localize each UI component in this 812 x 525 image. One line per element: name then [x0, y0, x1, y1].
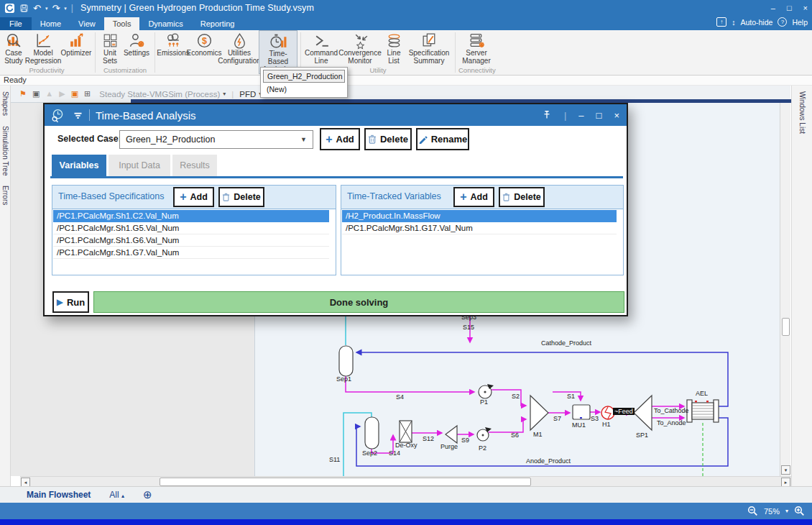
flowsheet-label[interactable]: S11	[329, 456, 340, 463]
menu-filter-icon[interactable]	[73, 110, 83, 121]
undo-menu-arrow-icon[interactable]: ▾	[45, 6, 48, 11]
menu-item-new[interactable]: (New)	[263, 83, 345, 95]
sidebar-tab-shapes[interactable]: Shapes	[1, 91, 9, 116]
economics-button[interactable]: $ Economics	[188, 30, 220, 74]
tab-tools[interactable]: Tools	[104, 17, 140, 30]
flowsheet-label[interactable]: De-Oxy	[395, 442, 417, 449]
undo-icon[interactable]: ↶	[33, 4, 41, 13]
flowsheet-label[interactable]: Sep1	[336, 375, 351, 383]
zoom-level[interactable]: 75%	[764, 507, 780, 516]
help-icon[interactable]: ?	[778, 17, 787, 27]
separator-sep1[interactable]	[339, 346, 353, 376]
makeup-mu1[interactable]	[573, 405, 590, 419]
horizontal-scrollbar[interactable]: ◂ ▸	[20, 476, 791, 486]
mixer-m1[interactable]	[530, 396, 548, 430]
flowsheet-label[interactable]: S1	[567, 393, 575, 400]
settings-button[interactable]: Settings	[121, 30, 152, 66]
vertical-scrollbar-thumb[interactable]	[782, 318, 790, 336]
tab-dynamics[interactable]: Dynamics	[139, 17, 191, 30]
view-select[interactable]: PFD ▾	[239, 90, 262, 99]
flag-icon[interactable]: ⚑	[19, 90, 27, 98]
redo-menu-arrow-icon[interactable]: ▾	[64, 6, 67, 11]
flowsheet-label[interactable]: P1	[480, 398, 488, 406]
stream-s4[interactable]	[346, 376, 474, 392]
window-icon[interactable]: ▣	[32, 90, 40, 98]
app-logo-icon[interactable]	[4, 3, 15, 14]
flowsheet-label[interactable]: S15	[463, 324, 474, 331]
flowsheet-label[interactable]: AEL	[696, 390, 708, 397]
pin-icon[interactable]	[542, 110, 552, 120]
flowsheet-label[interactable]: P2	[479, 444, 486, 452]
list-item[interactable]: /PC1.PCalcMgr.Sh1.G6.Val_Num	[53, 234, 329, 247]
case-study-button[interactable]: Case Study	[1, 30, 26, 66]
window-maximize-button[interactable]: □	[787, 4, 792, 12]
tab-view[interactable]: View	[70, 17, 104, 30]
flowsheet-filter-select[interactable]: All ▴	[109, 490, 124, 500]
window-minimize-button[interactable]: –	[771, 4, 775, 12]
window-close-button[interactable]: ×	[803, 4, 808, 12]
stream-s2[interactable]	[492, 390, 526, 406]
flowsheet-label[interactable]: S14	[389, 449, 400, 457]
flowsheet-label-feed[interactable]: ~Feed	[613, 408, 635, 415]
anchor-icon[interactable]: ⊞	[84, 90, 91, 98]
mode-select[interactable]: Steady State-VMGSim (Process) ▾	[99, 90, 226, 99]
rename-case-button[interactable]: Rename	[416, 128, 469, 150]
auto-hide-button[interactable]: Auto-hide	[740, 18, 772, 27]
flowsheet-label[interactable]: S12	[423, 435, 434, 442]
electrolyzer-ael[interactable]	[687, 400, 719, 422]
zoom-in-icon[interactable]	[794, 506, 805, 516]
zoom-menu-arrow-icon[interactable]: ▾	[785, 508, 788, 514]
flowsheet-label[interactable]: Cathode_Product	[541, 339, 591, 347]
stream-cathode-product[interactable]	[356, 352, 728, 406]
dialog-minimize-button[interactable]: –	[578, 110, 583, 121]
flowsheet-label[interactable]: S4	[396, 393, 404, 401]
tab-reporting[interactable]: Reporting	[192, 17, 244, 30]
convergence-monitor-button[interactable]: Convergence Monitor	[338, 30, 382, 66]
scroll-down-button[interactable]: ▾	[781, 465, 790, 475]
add-case-button[interactable]: + Add	[320, 128, 360, 150]
dialog-maximize-button[interactable]: □	[596, 110, 602, 121]
sidebar-tab-windows-list[interactable]: Windows List	[798, 91, 806, 134]
emissions-button[interactable]: Emissions	[158, 30, 188, 74]
optimizer-button[interactable]: Optimizer	[60, 30, 92, 66]
vertical-scrollbar[interactable]: ▾	[780, 103, 790, 476]
list-item[interactable]: /PC1.PCalcMgr.Sh1.G7.Val_Num	[53, 247, 329, 259]
unit-sets-button[interactable]: Unit Sets	[98, 30, 121, 66]
stream-s6[interactable]	[489, 419, 526, 432]
tab-main-flowsheet[interactable]: Main Flowsheet	[27, 490, 91, 500]
resize-icon[interactable]: ↕	[732, 18, 735, 27]
flowsheet-label[interactable]: Purge	[440, 443, 458, 450]
list-item[interactable]: /PC1.PCalcMgr.Sh1.G17.Val_Num	[342, 222, 617, 234]
list-item[interactable]: /H2_Product.In.MassFlow	[342, 210, 617, 222]
horizontal-scrollbar-thumb[interactable]	[160, 478, 531, 486]
tab-home[interactable]: Home	[32, 17, 70, 30]
flowsheet-label[interactable]: Sep2	[362, 449, 377, 457]
splitter-sp1[interactable]	[634, 396, 652, 430]
flowsheet-label[interactable]: SP1	[636, 432, 648, 439]
flowsheet-label[interactable]: S3	[591, 415, 599, 422]
list-item[interactable]: /PC1.PCalcMgr.Sh1.G5.Val_Num	[53, 222, 329, 234]
pump-p2[interactable]	[477, 427, 492, 441]
pump-p1[interactable]	[479, 384, 494, 398]
flowsheet-label[interactable]: Anode_Product	[526, 457, 571, 465]
delete-case-button[interactable]: Delete	[364, 128, 412, 150]
command-line-button[interactable]: Command Line	[304, 30, 338, 66]
tab-variables[interactable]: Variables	[52, 155, 106, 176]
add-specification-button[interactable]: + Add	[173, 187, 214, 207]
add-flowsheet-button[interactable]: ⊕	[143, 488, 152, 501]
separator-sep2[interactable]	[365, 417, 379, 449]
tab-file[interactable]: File	[0, 17, 32, 30]
deoxy-reactor[interactable]	[400, 421, 412, 442]
flowsheet-label[interactable]: MU1	[572, 421, 586, 429]
menu-item-case[interactable]: Green_H2_Production	[263, 70, 345, 83]
delete-tracked-variable-button[interactable]: Delete	[499, 187, 545, 207]
flowsheet-label[interactable]: M1	[533, 431, 543, 438]
list-item[interactable]: /PC1.PCalcMgr.Sh1.C2.Val_Num	[53, 210, 329, 222]
tab-input-data[interactable]: Input Data	[109, 155, 170, 176]
zoom-out-icon[interactable]	[747, 506, 758, 516]
flowsheet-label[interactable]: S2	[512, 393, 520, 400]
flowsheet-label[interactable]: S7	[553, 415, 561, 422]
selected-case-select[interactable]: Green_H2_Production ▼	[119, 130, 313, 149]
pin-ribbon-icon[interactable]: ↑	[716, 17, 726, 27]
sidebar-tab-errors[interactable]: Errors	[1, 186, 9, 205]
